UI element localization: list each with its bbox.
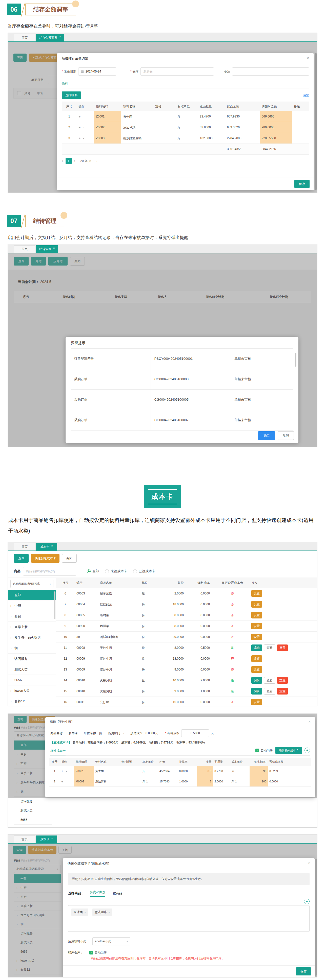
set-button[interactable]: 设置 bbox=[251, 590, 262, 597]
tab-by-goods[interactable]: 按商品 bbox=[113, 891, 122, 896]
scrollbar[interactable] bbox=[315, 859, 317, 976]
material-code[interactable]: Z0001 bbox=[74, 766, 94, 776]
dialog-scrollbar[interactable] bbox=[295, 353, 296, 367]
tab-by-category[interactable]: 按商品类别 bbox=[90, 890, 105, 897]
page-size-select[interactable]: 20 条/页 ▾ bbox=[78, 158, 100, 164]
warehouse-input[interactable] bbox=[141, 67, 214, 76]
tab-home[interactable]: 首页 bbox=[14, 245, 35, 253]
tab-costcard[interactable]: 成本卡 × bbox=[36, 835, 57, 843]
set-button[interactable]: 设置 bbox=[251, 666, 262, 673]
category-item[interactable]: 胡 bbox=[8, 643, 56, 654]
goods-search-input[interactable] bbox=[23, 567, 76, 576]
set-button[interactable]: 设置 bbox=[251, 612, 262, 619]
net-qty[interactable]: 2 bbox=[197, 776, 213, 786]
category-item[interactable]: lewen大类 bbox=[8, 686, 56, 696]
plus-circle-icon[interactable]: + bbox=[304, 899, 309, 904]
clear-link[interactable]: 清空 bbox=[303, 93, 309, 97]
date-input[interactable]: ▦ 2024-05-24 bbox=[78, 67, 116, 76]
reset-button[interactable]: 重置 bbox=[277, 644, 288, 651]
remove-row-icon[interactable]: - bbox=[66, 769, 67, 773]
material-subclass-select[interactable]: another小类 ▾ bbox=[92, 937, 130, 945]
set-button[interactable]: 设置 bbox=[251, 655, 262, 662]
tab-balance-adjustment[interactable]: 结存金额调整 × bbox=[36, 34, 64, 41]
category-item[interactable]: 当季上新 bbox=[8, 622, 56, 632]
category-item[interactable]: 测试大类 bbox=[14, 806, 52, 815]
scrollbar[interactable] bbox=[315, 53, 317, 190]
page-1[interactable]: 1 bbox=[66, 158, 72, 164]
category-item[interactable]: 放牛哥牛肉火锅店 bbox=[8, 632, 56, 643]
category-item[interactable]: 访问服务 bbox=[8, 654, 56, 664]
material-code[interactable]: Z0002 bbox=[94, 122, 121, 133]
prev-page-icon[interactable]: ‹ bbox=[62, 159, 63, 163]
add-row-icon[interactable]: + bbox=[61, 769, 63, 773]
material-tab[interactable]: 物料 bbox=[62, 82, 68, 88]
edit-button[interactable]: 编辑 bbox=[251, 688, 262, 695]
select-material-button[interactable]: 选择物料 bbox=[62, 91, 81, 99]
remove-tag-icon[interactable]: × bbox=[84, 911, 86, 914]
remove-tag-icon[interactable]: × bbox=[108, 911, 110, 914]
category-item[interactable]: 西厨 bbox=[8, 611, 56, 622]
edit-button[interactable]: 编辑 bbox=[251, 644, 262, 651]
cancel-button[interactable]: 取消 bbox=[278, 431, 294, 440]
plus-circle-icon[interactable]: + bbox=[304, 748, 310, 753]
view-button[interactable]: 查看 bbox=[264, 677, 275, 684]
tab-close-icon[interactable]: × bbox=[51, 837, 53, 840]
radio-all[interactable]: 全部 bbox=[87, 569, 99, 573]
net-rate[interactable]: 100 bbox=[250, 776, 268, 786]
tab-close-icon[interactable]: × bbox=[53, 247, 54, 250]
category-item[interactable]: 套餐12 bbox=[8, 696, 56, 706]
set-button[interactable]: 设置 bbox=[251, 699, 262, 705]
set-button[interactable]: 设置 bbox=[251, 634, 262, 640]
category-tag[interactable]: 意式咖啡 × bbox=[92, 908, 112, 916]
reset-button[interactable]: 重置 bbox=[277, 677, 288, 684]
view-button[interactable]: 查看 bbox=[264, 688, 275, 695]
set-button[interactable]: 设置 bbox=[251, 623, 262, 629]
set-button[interactable]: 设置 bbox=[251, 601, 262, 608]
note-input[interactable] bbox=[232, 67, 309, 76]
net-rate[interactable]: 90 bbox=[250, 766, 268, 776]
standard-costcard-tab[interactable]: 标准成本卡 bbox=[50, 749, 66, 756]
add-row-icon[interactable]: + bbox=[79, 137, 81, 140]
sidebar-scrollbar[interactable] bbox=[54, 592, 55, 619]
tab-home[interactable]: 首页 bbox=[14, 835, 35, 843]
edit-button[interactable]: 编辑 bbox=[251, 677, 262, 684]
confirm-button[interactable]: 确定 bbox=[258, 431, 275, 440]
save-button[interactable]: 保存 bbox=[295, 180, 309, 188]
category-item[interactable]: 全部 bbox=[8, 590, 56, 601]
close-icon[interactable]: × bbox=[309, 720, 311, 724]
remove-row-icon[interactable]: - bbox=[83, 137, 84, 140]
selected-categories-box[interactable]: 果汁类 × 意式咖啡 × bbox=[68, 905, 309, 932]
adjusted-amount[interactable]: 980.0000 bbox=[260, 122, 292, 133]
category-item[interactable]: 5656 bbox=[8, 675, 56, 686]
seasoning-cost-input[interactable] bbox=[181, 729, 209, 737]
quick-create-button[interactable]: 快速创建成本卡 bbox=[31, 554, 59, 563]
remove-row-icon[interactable]: - bbox=[83, 115, 84, 118]
adjusted-amount[interactable]: 666.6666 bbox=[260, 111, 292, 122]
radio-unset-costcard[interactable]: 未设成本卡 bbox=[105, 569, 127, 573]
auto-outbound-check[interactable]: ✓ 自动出库 bbox=[90, 950, 107, 955]
remove-row-icon[interactable]: - bbox=[83, 126, 84, 129]
close-icon[interactable]: × bbox=[307, 56, 309, 60]
tab-close-icon[interactable]: × bbox=[51, 544, 53, 547]
category-item[interactable]: 中厨 bbox=[8, 601, 56, 611]
close-button[interactable]: 关闭 bbox=[62, 554, 77, 563]
remove-row-icon[interactable]: - bbox=[66, 780, 67, 783]
net-qty[interactable]: 0.3 bbox=[197, 766, 213, 776]
tab-carryover[interactable]: 结转管理 × bbox=[36, 245, 58, 253]
auto-outbound-check[interactable]: ✓ 自动出库 bbox=[255, 748, 273, 752]
category-item[interactable]: lewen大类 bbox=[14, 825, 52, 828]
next-page-icon[interactable]: › bbox=[74, 159, 75, 163]
category-tag[interactable]: 果汁类 × bbox=[71, 908, 88, 916]
material-code[interactable]: Z0001 bbox=[94, 111, 121, 122]
reset-button[interactable]: 重置 bbox=[277, 688, 288, 695]
tab-costcard[interactable]: 成本卡 × bbox=[36, 543, 57, 550]
add-extra-costcard-button[interactable]: 增加额外成本卡 bbox=[275, 747, 302, 754]
view-button[interactable]: 查看 bbox=[264, 644, 275, 651]
category-item[interactable]: 测试大类 bbox=[8, 664, 56, 675]
material-code[interactable]: Z0003 bbox=[94, 133, 121, 143]
add-row-icon[interactable]: + bbox=[79, 126, 81, 129]
radio-set-costcard[interactable]: 已设成本卡 bbox=[133, 569, 155, 573]
category-item[interactable]: 5656 bbox=[14, 815, 52, 825]
material-code[interactable]: M0002 bbox=[74, 776, 94, 786]
tab-home[interactable]: 首页 bbox=[14, 543, 35, 550]
